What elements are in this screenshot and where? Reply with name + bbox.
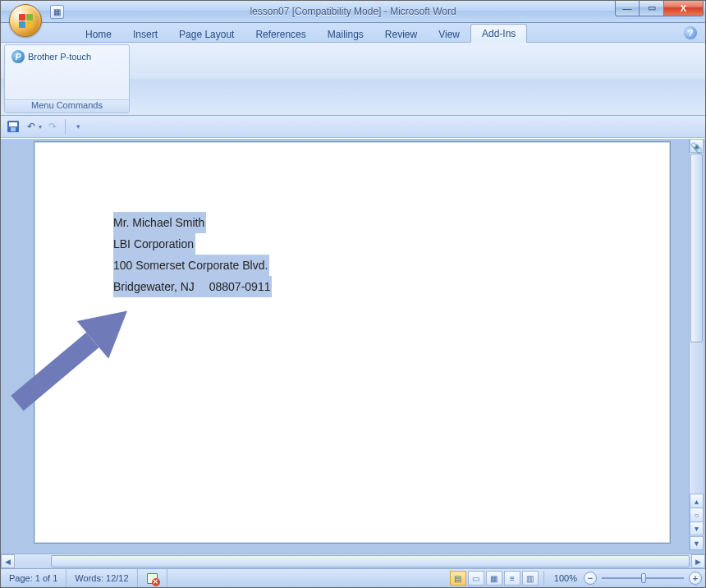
status-spellcheck[interactable]: ✕ [138,569,167,587]
title-quick-access: ▦ [50,1,64,22]
vscroll-thumb[interactable] [690,154,703,342]
tab-view[interactable]: View [428,25,470,43]
zoom-level[interactable]: 100% [549,573,582,583]
close-button[interactable]: X [664,0,704,16]
tab-insert[interactable]: Insert [122,25,168,43]
tab-references[interactable]: References [245,25,316,43]
save-icon [7,121,19,132]
qat-separator [65,119,66,134]
scroll-left-button[interactable]: ◀ [1,554,15,568]
document-area: Mr. Michael Smith LBI Corporation 100 So… [1,139,705,568]
zoom-separator [543,571,544,586]
ptouch-label: Brother P-touch [28,52,91,62]
tab-add-ins[interactable]: Add-Ins [470,24,527,43]
ribbon-group-label: Menu Commands [5,99,129,113]
maximize-button[interactable]: ▭ [640,0,664,16]
browse-object-button[interactable]: ○ [690,508,704,521]
ptouch-icon: P [11,50,25,63]
tab-mailings[interactable]: Mailings [317,25,374,43]
customize-qat-button[interactable] [71,119,85,134]
undo-dropdown-icon[interactable]: ▾ [39,123,42,131]
status-bar: Page: 1 of 1 Words: 12/12 ✕ ▤ ▭ ▦ ≡ ▥ 10… [1,568,705,587]
view-outline-button[interactable]: ≡ [504,571,520,586]
scroll-down-button[interactable]: ▼ [690,536,704,550]
hscroll-thumb[interactable] [51,555,690,567]
view-print-layout-button[interactable]: ▤ [450,571,466,586]
office-logo-icon [19,14,33,28]
zoom-slider-thumb[interactable] [641,573,646,583]
view-full-screen-button[interactable]: ▭ [468,571,484,586]
zoom-out-button[interactable]: − [584,572,597,585]
ribbon-tabs: Home Insert Page Layout References Maili… [1,23,705,43]
address-line-4[interactable]: Bridgewater, NJ 08807-0911 [113,276,272,297]
previous-page-button[interactable]: ▴ [690,494,704,508]
status-page[interactable]: Page: 1 of 1 [1,569,66,587]
save-button[interactable] [6,119,21,134]
zoom-in-button[interactable]: + [689,572,702,585]
redo-button[interactable] [45,119,60,134]
ribbon-group-menu-commands: P Brother P-touch Menu Commands [4,44,130,113]
office-button[interactable] [9,4,42,37]
address-line-3[interactable]: 100 Somerset Corporate Blvd. [113,255,269,276]
quick-access-toolbar: ▾ [1,116,705,138]
view-web-layout-button[interactable]: ▦ [486,571,502,586]
hscroll-track[interactable] [15,554,691,568]
tab-page-layout[interactable]: Page Layout [168,25,245,43]
help-button[interactable]: ? [684,26,697,39]
app-title: Microsoft Word [390,6,456,17]
undo-button[interactable] [24,119,39,134]
document-title: lesson07 [Compatibility Mode] [250,6,381,17]
zoom-slider[interactable] [602,572,684,585]
status-words[interactable]: Words: 12/12 [66,569,137,587]
qat-tile-icon[interactable]: ▦ [50,5,64,19]
window-controls: — ▭ X [615,0,704,16]
tab-home[interactable]: Home [75,25,122,43]
horizontal-scrollbar[interactable]: ◀ ▶ [1,554,705,568]
next-page-button[interactable]: ▾ [690,521,704,535]
document-page[interactable]: Mr. Michael Smith LBI Corporation 100 So… [34,141,671,544]
view-draft-button[interactable]: ▥ [522,571,539,586]
vscroll-track[interactable] [690,154,704,486]
window-title: lesson07 [Compatibility Mode] - Microsof… [1,6,705,17]
vertical-scrollbar[interactable]: ▲ ▴ ○ ▾ ▼ [689,139,704,550]
minimize-button[interactable]: — [615,0,640,16]
title-bar: ▦ lesson07 [Compatibility Mode] - Micros… [1,1,705,23]
scroll-right-button[interactable]: ▶ [691,554,705,568]
tab-review[interactable]: Review [374,25,428,43]
spellcheck-icon: ✕ [146,572,158,585]
address-line-2[interactable]: LBI Corporation [113,233,195,255]
brother-ptouch-button[interactable]: P Brother P-touch [7,48,95,66]
selected-address-block[interactable]: Mr. Michael Smith LBI Corporation 100 So… [113,212,272,297]
address-line-1[interactable]: Mr. Michael Smith [113,212,206,233]
object-anchor-icon[interactable]: 📎 [689,140,704,155]
ribbon: P Brother P-touch Menu Commands [1,43,705,116]
